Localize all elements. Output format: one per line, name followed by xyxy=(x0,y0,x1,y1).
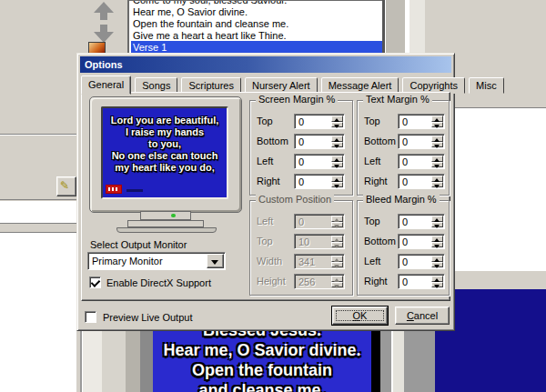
options-dialog: Options General Songs Scriptures Nursery… xyxy=(76,53,455,331)
screen-margin-right-field[interactable]: 0 xyxy=(294,174,345,189)
group-bleed-margin: Bleed Margin % Top 0 Bottom 0 Left 0 Rig… xyxy=(357,200,450,296)
screen-margin-bottom-field[interactable]: 0 xyxy=(294,134,345,149)
spin-down-button xyxy=(331,222,343,228)
field-label: Bottom xyxy=(364,134,396,149)
list-line[interactable]: Open the fountain and cleanse me. xyxy=(133,18,384,30)
directx-checkbox[interactable] xyxy=(89,276,101,288)
spin-down-button[interactable] xyxy=(431,122,443,128)
custom-width-field: 341 xyxy=(294,254,345,269)
bleed-margin-right-field[interactable]: 0 xyxy=(398,274,445,289)
custom-height-field: 256 xyxy=(294,274,345,289)
tab-misc[interactable]: Misc xyxy=(469,77,504,94)
spin-down-button xyxy=(331,242,343,248)
spin-down-button[interactable] xyxy=(431,162,443,168)
group-custom-position: Custom Position Left 0 Top 10 Width 341 … xyxy=(249,200,353,296)
song-lyrics-list[interactable]: Come to my soul, blessed Saviour. Hear m… xyxy=(127,0,384,53)
field-label: Right xyxy=(257,174,280,189)
preview-screen: Lord you are beautiful, I raise my hands… xyxy=(101,106,228,199)
monitor-base xyxy=(127,220,204,227)
spin-down-button xyxy=(331,262,343,268)
tab-general[interactable]: General xyxy=(81,75,131,95)
field-label: Height xyxy=(257,274,286,289)
frame-col-mid xyxy=(102,329,126,392)
field-label: Bottom xyxy=(364,234,396,249)
group-title: Text Margin % xyxy=(363,94,432,105)
output-monitor-value: Primary Monitor xyxy=(92,255,163,268)
edit-tool-button[interactable]: ✎ xyxy=(56,176,76,196)
bleed-margin-bottom-field[interactable]: 0 xyxy=(398,234,445,249)
right-white-panel xyxy=(455,107,546,271)
left-white-area xyxy=(0,233,76,392)
group-title: Bleed Margin % xyxy=(363,194,440,205)
spin-down-button[interactable] xyxy=(431,182,443,188)
preview-live-checkbox[interactable] xyxy=(85,311,96,323)
custom-top-field: 10 xyxy=(294,234,345,249)
spin-down-button xyxy=(331,282,343,288)
field-label: Bottom xyxy=(257,134,288,149)
spin-down-button[interactable] xyxy=(431,222,443,228)
field-label: Top xyxy=(257,234,273,249)
dialog-titlebar[interactable]: Options xyxy=(80,56,451,73)
left-band xyxy=(0,224,76,232)
frame-col-light xyxy=(82,329,104,392)
preview-lyrics: Lord you are beautiful, I raise my hands… xyxy=(103,115,227,174)
screen-margin-left-field[interactable]: 0 xyxy=(294,154,345,169)
preview-live-label: Preview Live Output xyxy=(103,312,192,324)
field-label: Left xyxy=(257,154,273,169)
group-text-margin: Text Margin % Top 0 Bottom 0 Left 0 Righ… xyxy=(357,100,450,196)
group-title: Custom Position xyxy=(256,194,334,205)
group-title: Screen Margin % xyxy=(256,94,338,105)
panel-strip xyxy=(410,0,425,53)
output-monitor-label: Select Output Monitor xyxy=(90,239,187,251)
field-label: Left xyxy=(257,214,273,229)
spin-down-button[interactable] xyxy=(431,262,443,268)
field-label: Left xyxy=(364,254,380,269)
spin-down-button[interactable] xyxy=(431,142,443,148)
right-frame-col2 xyxy=(404,329,435,392)
list-scrollbar[interactable] xyxy=(385,0,406,53)
output-monitor-select[interactable]: Primary Monitor xyxy=(87,252,226,270)
screen-margin-top-field[interactable]: 0 xyxy=(294,114,345,129)
field-label: Top xyxy=(364,214,380,229)
tab-page-general: Lord you are beautiful, I raise my hands… xyxy=(81,92,450,301)
bleed-margin-left-field[interactable]: 0 xyxy=(398,254,445,269)
power-led xyxy=(171,214,176,217)
group-screen-margin: Screen Margin % Top 0 Bottom 0 Left 0 Ri… xyxy=(249,100,353,196)
spin-down-button[interactable] xyxy=(331,162,343,168)
ok-button[interactable]: OK xyxy=(332,307,388,325)
field-label: Left xyxy=(364,154,380,169)
left-panel-groove-hl xyxy=(0,135,76,136)
left-toolbar-edge xyxy=(0,199,76,200)
list-item-selected[interactable]: Verse 1 xyxy=(131,41,384,54)
text-margin-bottom-field[interactable]: 0 xyxy=(398,134,445,149)
tab-strip: General Songs Scriptures Nursery Alert M… xyxy=(81,75,450,92)
frame-col-shadow xyxy=(140,329,153,392)
monitor-neck xyxy=(140,211,191,220)
pencil-icon: ✎ xyxy=(60,179,69,192)
move-up-button[interactable] xyxy=(90,2,117,22)
cancel-button[interactable]: Cancel xyxy=(395,307,450,325)
monitor-foot xyxy=(116,227,217,233)
preview-monitor: Lord you are beautiful, I raise my hands… xyxy=(89,96,242,213)
left-white-row xyxy=(0,201,76,223)
field-label: Right xyxy=(364,274,388,289)
spin-down-button[interactable] xyxy=(431,242,443,248)
right-frame-col xyxy=(380,329,391,392)
combo-dropdown-button[interactable] xyxy=(207,254,224,268)
spin-down-button[interactable] xyxy=(331,142,343,148)
badge-caption xyxy=(126,189,143,192)
spin-down-button[interactable] xyxy=(331,182,343,188)
list-line[interactable]: Hear me, O Savior divine. xyxy=(133,6,384,18)
text-margin-left-field[interactable]: 0 xyxy=(398,154,445,169)
spin-down-button[interactable] xyxy=(331,122,343,128)
field-label: Right xyxy=(364,174,388,189)
bleed-margin-top-field[interactable]: 0 xyxy=(398,214,445,229)
text-margin-right-field[interactable]: 0 xyxy=(398,174,445,189)
directx-label: Enable DirectX Support xyxy=(106,277,211,289)
field-label: Top xyxy=(257,114,273,129)
text-margin-top-field[interactable]: 0 xyxy=(398,114,445,129)
screen: ✎ Come to my soul, blessed Saviour. Hear… xyxy=(0,0,546,392)
custom-left-field: 0 xyxy=(294,214,345,229)
up-arrow-icon xyxy=(94,2,114,13)
spin-down-button[interactable] xyxy=(431,282,443,288)
